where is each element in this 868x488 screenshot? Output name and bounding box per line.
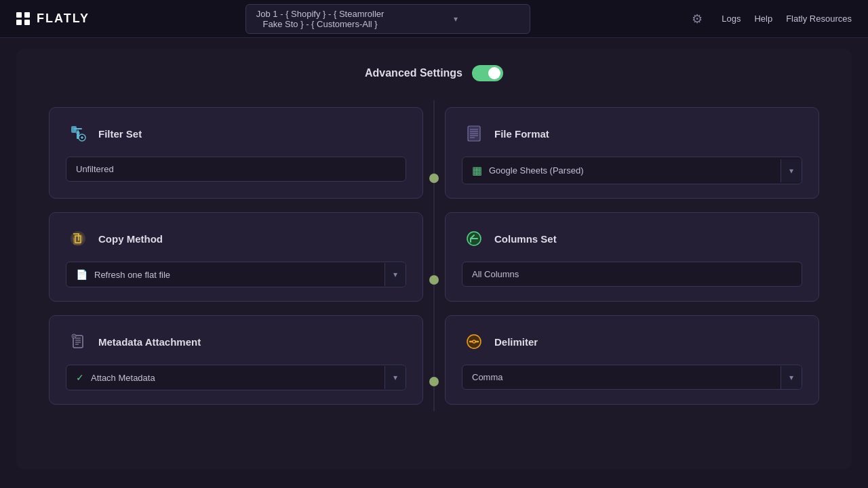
filter-set-value: Unfiltered	[76, 164, 396, 174]
metadata-attachment-dropdown-btn[interactable]: ▾	[384, 366, 406, 389]
header-right: ⚙ Logs Help Flatly Resources	[686, 8, 852, 30]
chevron-down-icon: ▾	[391, 14, 520, 24]
metadata-attachment-title: Metadata Attachment	[98, 336, 201, 348]
metadata-attachment-icon	[66, 329, 90, 354]
copy-method-value: Refresh one flat file	[94, 270, 170, 280]
columns-set-value: All Columns	[472, 269, 792, 279]
center-divider	[434, 100, 435, 411]
file-format-dropdown[interactable]: ▦ Google Sheets (Parsed) ▾	[462, 157, 802, 184]
columns-set-title: Columns Set	[494, 233, 557, 245]
settings-icon[interactable]: ⚙	[686, 8, 708, 30]
cards-container: Filter Set Unfiltered	[38, 100, 830, 411]
file-format-field-main: ▦ Google Sheets (Parsed)	[462, 157, 781, 184]
copy-method-card: Copy Method 📄 Refresh one flat file ▾	[49, 212, 423, 302]
copy-method-header: Copy Method	[66, 226, 406, 251]
delimiter-icon	[462, 329, 486, 354]
filter-set-title: Filter Set	[98, 128, 142, 140]
main-content: Advanced Settings	[16, 49, 852, 469]
advanced-settings-label: Advanced Settings	[365, 67, 462, 79]
logs-link[interactable]: Logs	[722, 14, 741, 24]
logo-text: FLATLY	[37, 12, 90, 26]
file-format-card: File Format ▦ Google Sheets (Parsed) ▾	[445, 107, 819, 199]
metadata-attachment-dropdown[interactable]: ✓ Attach Metadata ▾	[66, 365, 406, 390]
help-link[interactable]: Help	[754, 14, 772, 24]
columns-set-icon	[462, 226, 486, 251]
connector-dot-2	[429, 275, 439, 285]
file-format-value: Google Sheets (Parsed)	[489, 165, 583, 176]
copy-method-dropdown-btn[interactable]: ▾	[384, 263, 406, 286]
file-format-dropdown-btn[interactable]: ▾	[781, 159, 802, 182]
job-selector-text: Job 1 - { Shopify } - { Steamroller Fake…	[256, 9, 384, 29]
flatly-resources-link[interactable]: Flatly Resources	[786, 14, 852, 24]
svg-rect-1	[74, 128, 82, 129]
sheets-icon: ▦	[472, 164, 482, 177]
copy-method-icon	[66, 226, 90, 251]
copy-method-field-main: 📄 Refresh one flat file	[66, 262, 384, 287]
metadata-attachment-value: Attach Metadata	[91, 373, 155, 383]
delimiter-value: Comma	[472, 372, 503, 382]
delimiter-title: Delimiter	[494, 336, 538, 348]
logo: FLATLY	[16, 12, 90, 26]
header: FLATLY Job 1 - { Shopify } - { Steamroll…	[0, 0, 868, 38]
filter-set-field: Unfiltered	[66, 157, 406, 182]
delimiter-card: Delimiter Comma ▾	[445, 315, 819, 405]
svg-point-31	[473, 340, 475, 343]
delimiter-field-main: Comma	[462, 365, 781, 389]
delimiter-dropdown[interactable]: Comma ▾	[462, 365, 802, 390]
advanced-settings-toggle[interactable]	[472, 65, 503, 81]
logo-icon	[16, 12, 30, 26]
delimiter-dropdown-btn[interactable]: ▾	[781, 366, 802, 389]
columns-set-card: Columns Set All Columns	[445, 212, 819, 302]
filter-set-header: Filter Set	[66, 121, 406, 146]
file-format-header: File Format	[462, 121, 802, 146]
copy-method-title: Copy Method	[98, 233, 163, 245]
file-format-title: File Format	[494, 128, 549, 140]
advanced-settings-row: Advanced Settings	[38, 65, 830, 81]
metadata-attachment-header: Metadata Attachment	[66, 329, 406, 354]
copy-file-icon: 📄	[76, 269, 87, 280]
metadata-attachment-field-main: ✓ Attach Metadata	[66, 365, 384, 390]
filter-icon	[66, 121, 90, 146]
columns-set-field: All Columns	[462, 262, 802, 287]
metadata-attachment-card: Metadata Attachment ✓ Attach Metadata ▾	[49, 315, 423, 405]
checkmark-icon: ✓	[76, 372, 84, 383]
connector-dot-1	[429, 174, 439, 183]
filter-set-card: Filter Set Unfiltered	[49, 107, 423, 199]
copy-method-dropdown[interactable]: 📄 Refresh one flat file ▾	[66, 262, 406, 287]
columns-set-header: Columns Set	[462, 226, 802, 251]
connector-dot-3	[429, 377, 439, 386]
job-selector[interactable]: Job 1 - { Shopify } - { Steamroller Fake…	[245, 4, 530, 34]
file-format-icon	[462, 121, 486, 146]
delimiter-header: Delimiter	[462, 329, 802, 354]
